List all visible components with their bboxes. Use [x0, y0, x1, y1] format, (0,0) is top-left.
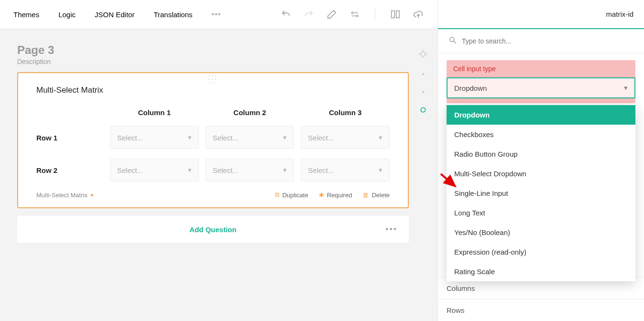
dropdown-option[interactable]: Dropdown [447, 105, 635, 125]
property-section-rows[interactable]: Rows [438, 299, 644, 321]
matrix-cell-select[interactable]: Select...▾ [110, 126, 199, 149]
delete-button[interactable]: 🗑Delete [362, 192, 390, 199]
column-header[interactable]: Column 2 [206, 108, 295, 117]
tab-translations[interactable]: Translations [153, 11, 192, 19]
question-type-label: Multi-Select Matrix [36, 192, 87, 199]
question-card[interactable]: ::: ::: Multi-Select Matrix Column 1 Col… [17, 72, 409, 208]
cell-input-type-select[interactable]: Dropdown ▾ [447, 77, 635, 98]
matrix-cell-select[interactable]: Select...▾ [301, 159, 390, 182]
property-label: Cell input type [447, 60, 635, 77]
cell-input-type-dropdown: Dropdown Checkboxes Radio Button Group M… [447, 105, 635, 281]
dropdown-option[interactable]: Single-Line Input [447, 183, 635, 203]
required-button[interactable]: ✱Required [319, 192, 352, 199]
chevron-down-icon: ▾ [188, 166, 192, 174]
chevron-down-icon: ▾ [379, 133, 382, 142]
row-header[interactable]: Row 2 [36, 166, 103, 174]
properties-panel: matrix-id Cell input type Dropdown ▾ Dro… [437, 0, 644, 321]
column-header[interactable]: Column 3 [301, 108, 390, 117]
svg-point-2 [356, 15, 358, 17]
toolbar-separator [375, 9, 375, 20]
row-header[interactable]: Row 1 [36, 134, 103, 142]
tab-logic[interactable]: Logic [58, 11, 76, 19]
undo-icon[interactable] [280, 9, 292, 20]
dropdown-option[interactable]: Yes/No (Boolean) [447, 223, 635, 242]
dropdown-option[interactable]: Long Text [447, 203, 635, 223]
matrix-cell-select[interactable]: Select...▾ [206, 126, 295, 149]
svg-point-4 [421, 52, 426, 56]
tab-json-editor[interactable]: JSON Editor [95, 11, 134, 19]
tab-themes[interactable]: Themes [13, 11, 39, 19]
column-header[interactable]: Column 1 [110, 108, 199, 117]
toolbar: Themes Logic JSON Editor Translations ••… [0, 0, 437, 29]
matrix-cell-select[interactable]: Select...▾ [206, 159, 295, 182]
matrix-grid: Column 1 Column 2 Column 3 Row 1 Select.… [36, 108, 390, 182]
chevron-down-icon: ▾ [283, 133, 287, 142]
chevron-down-icon: ▾ [283, 166, 287, 174]
page-description[interactable]: Description [17, 58, 409, 65]
eraser-icon[interactable] [326, 9, 338, 20]
matrix-cell-select[interactable]: Select...▾ [301, 126, 390, 149]
svg-point-0 [351, 12, 353, 13]
locate-icon[interactable] [418, 49, 428, 59]
settings-sliders-icon[interactable] [349, 9, 360, 20]
question-type-selector[interactable]: Multi-Select Matrix ▾ [36, 192, 94, 199]
drag-handle-icon[interactable]: ::: ::: [208, 75, 218, 83]
dropdown-option[interactable]: Rating Scale [447, 262, 635, 281]
page-indicators: ● ● [409, 43, 437, 321]
more-tabs-icon[interactable]: ••• [212, 10, 221, 19]
add-question-button[interactable]: Add Question ••• [17, 216, 409, 243]
chevron-down-icon: ▾ [90, 192, 94, 199]
dropdown-option[interactable]: Radio Button Group [447, 144, 635, 164]
svg-point-9 [421, 107, 425, 112]
chevron-down-icon: ▾ [624, 84, 628, 92]
page-dot[interactable]: ● [422, 89, 425, 94]
asterisk-icon: ✱ [319, 192, 324, 199]
redo-icon[interactable] [303, 9, 315, 20]
matrix-cell-select[interactable]: Select...▾ [110, 159, 199, 182]
duplicate-button[interactable]: ⧉Duplicate [275, 191, 308, 199]
page-title[interactable]: Page 3 [17, 43, 409, 57]
search-input[interactable] [462, 37, 633, 45]
chevron-down-icon: ▾ [188, 133, 192, 142]
page-dot-current[interactable] [420, 107, 426, 113]
cloud-upload-icon[interactable] [413, 9, 424, 20]
selected-element-id[interactable]: matrix-id [438, 0, 644, 29]
dropdown-option[interactable]: Expression (read-only) [447, 242, 635, 262]
page-dot[interactable]: ● [422, 71, 425, 76]
trash-icon: 🗑 [362, 192, 369, 199]
copy-icon: ⧉ [275, 191, 279, 199]
svg-point-10 [450, 37, 454, 42]
more-options-icon[interactable]: ••• [385, 225, 397, 235]
dropdown-option[interactable]: Checkboxes [447, 125, 635, 144]
search-icon [448, 36, 457, 46]
question-title[interactable]: Multi-Select Matrix [36, 86, 390, 95]
chevron-down-icon: ▾ [379, 166, 382, 174]
dropdown-option[interactable]: Multi-Select Dropdown [447, 164, 635, 183]
book-icon[interactable] [390, 9, 401, 20]
svg-line-11 [454, 41, 456, 43]
